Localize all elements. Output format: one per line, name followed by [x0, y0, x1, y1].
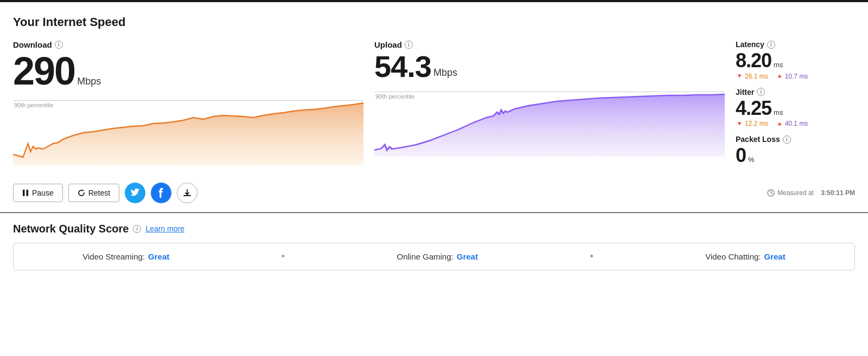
svg-rect-0 — [23, 190, 25, 196]
pause-icon — [22, 189, 29, 197]
quality-streaming-label: Video Streaming: — [82, 252, 145, 261]
quality-item-chatting: Video Chatting: Great — [705, 252, 786, 261]
download-label: Download i — [13, 40, 363, 49]
twitter-share-button[interactable] — [125, 183, 145, 203]
clock-icon — [767, 189, 775, 197]
quality-chatting-value: Great — [764, 252, 786, 261]
packet-loss-block: Packet Loss i 0 % — [736, 135, 855, 166]
upload-unit: Mbps — [433, 67, 457, 79]
quality-chatting-label: Video Chatting: — [705, 252, 761, 261]
jitter-unit: ms — [774, 108, 783, 116]
latency-unit: ms — [774, 61, 783, 69]
latency-info-icon[interactable]: i — [767, 41, 775, 49]
measured-at: Measured at 3:50:11 PM — [767, 189, 855, 197]
jitter-label: Jitter i — [736, 88, 855, 96]
latency-up: 🔺 10.7 ms — [776, 73, 808, 80]
nqs-title-row: Network Quality Score i Learn more — [13, 223, 855, 235]
download-percentile-label: 90th percentile — [14, 102, 53, 108]
facebook-share-button[interactable] — [151, 183, 171, 203]
download-fill — [13, 103, 363, 165]
right-panel: Latency i 8.20 ms 🔻 26.1 ms 🔺 10.7 ms — [725, 40, 855, 174]
retest-icon — [78, 189, 85, 197]
latency-up-arrow: 🔺 — [776, 73, 783, 80]
quality-gaming-label: Online Gaming: — [397, 252, 454, 261]
download-info-icon[interactable]: i — [55, 41, 63, 49]
packet-loss-info-icon[interactable]: i — [783, 135, 791, 144]
main-container: Your Internet Speed Download i 290 Mbps … — [0, 2, 868, 212]
packet-loss-unit: % — [748, 156, 755, 164]
upload-chart: 90th percentile — [374, 86, 725, 157]
facebook-icon — [158, 188, 164, 198]
jitter-up-arrow: 🔺 — [776, 120, 783, 127]
jitter-up: 🔺 40.1 ms — [776, 120, 808, 127]
jitter-number: 4.25 — [736, 98, 771, 119]
packet-loss-number: 0 — [736, 145, 746, 166]
svg-rect-1 — [27, 190, 29, 196]
jitter-info-icon[interactable]: i — [757, 88, 765, 96]
quality-streaming-value: Great — [148, 252, 169, 261]
charts-wrapper: Download i 290 Mbps 90th percentile — [13, 40, 725, 165]
download-chart-svg — [13, 95, 363, 165]
upload-label: Upload i — [374, 40, 725, 49]
measured-at-time: 3:50:11 PM — [821, 189, 855, 197]
jitter-value-row: 4.25 ms — [736, 98, 855, 119]
upload-percentile-label: 90th percentile — [375, 93, 414, 100]
upload-fill — [374, 94, 725, 157]
jitter-sub-row: 🔻 12.2 ms 🔺 40.1 ms — [736, 120, 855, 127]
quality-dot-2: • — [590, 251, 593, 262]
jitter-down-arrow: 🔻 — [736, 120, 743, 127]
quality-bar: Video Streaming: Great • Online Gaming: … — [13, 243, 855, 270]
learn-more-link[interactable]: Learn more — [145, 224, 184, 233]
latency-number: 8.20 — [736, 50, 771, 72]
download-unit: Mbps — [77, 76, 101, 87]
quality-item-streaming: Video Streaming: Great — [82, 252, 169, 261]
download-chart: 90th percentile — [13, 95, 363, 165]
download-value: 290 Mbps — [13, 51, 363, 90]
nqs-title: Network Quality Score — [13, 223, 129, 235]
latency-value-row: 8.20 ms — [736, 50, 855, 72]
upload-number: 54.3 — [374, 51, 431, 82]
page-title: Your Internet Speed — [13, 15, 855, 29]
svg-marker-2 — [82, 189, 84, 191]
packet-loss-value-row: 0 % — [736, 145, 855, 166]
upload-percentile-line — [374, 92, 725, 92]
download-result-button[interactable] — [177, 183, 197, 203]
latency-down: 🔻 26.1 ms — [736, 73, 768, 80]
buttons-row: Pause Retest — [13, 174, 855, 212]
jitter-down: 🔻 12.2 ms — [736, 120, 768, 127]
latency-down-arrow: 🔻 — [736, 73, 743, 80]
packet-loss-label: Packet Loss i — [736, 135, 855, 144]
upload-value: 54.3 Mbps — [374, 51, 725, 82]
download-icon — [183, 189, 191, 197]
nqs-info-icon[interactable]: i — [133, 225, 141, 233]
jitter-block: Jitter i 4.25 ms 🔻 12.2 ms 🔺 40.1 ms — [736, 88, 855, 128]
footer-section: Network Quality Score i Learn more Video… — [0, 212, 868, 279]
upload-info-icon[interactable]: i — [405, 41, 413, 49]
metrics-row: Download i 290 Mbps 90th percentile — [13, 40, 855, 174]
download-block: Download i 290 Mbps 90th percentile — [13, 40, 363, 165]
download-percentile-line — [13, 100, 363, 101]
pause-button[interactable]: Pause — [13, 184, 63, 202]
latency-block: Latency i 8.20 ms 🔻 26.1 ms 🔺 10.7 ms — [736, 40, 855, 80]
quality-item-gaming: Online Gaming: Great — [397, 252, 478, 261]
retest-button[interactable]: Retest — [68, 184, 119, 202]
latency-sub-row: 🔻 26.1 ms 🔺 10.7 ms — [736, 73, 855, 80]
measured-at-label: Measured at — [777, 189, 814, 197]
download-number: 290 — [13, 51, 75, 90]
quality-gaming-value: Great — [457, 252, 478, 261]
quality-dot-1: • — [282, 251, 285, 262]
upload-chart-svg — [374, 86, 725, 157]
twitter-icon — [130, 189, 140, 197]
latency-label: Latency i — [736, 40, 855, 49]
upload-block: Upload i 54.3 Mbps 90th percentile — [374, 40, 725, 157]
